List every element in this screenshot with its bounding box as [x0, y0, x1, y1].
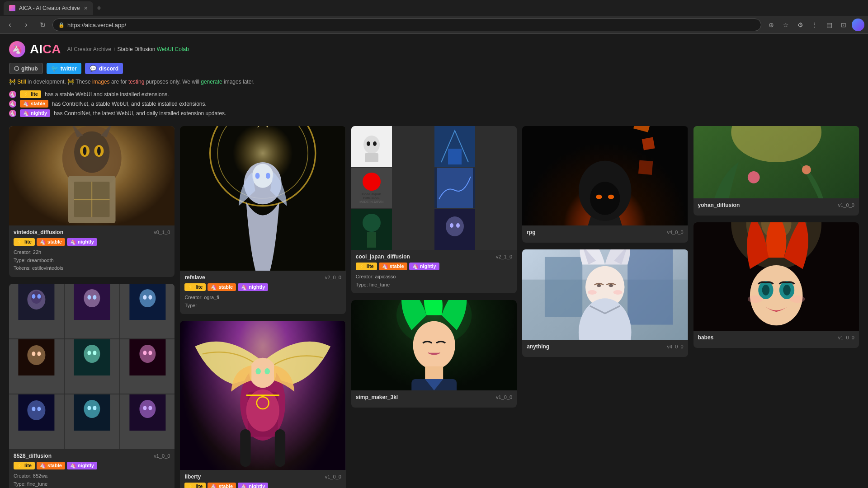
card-creator-refslave: Creator: ogra_fi [184, 294, 341, 302]
svg-point-48 [143, 406, 146, 410]
forward-button[interactable]: › [20, 19, 33, 31]
card-vintedois-diffusion[interactable]: vintedois_diffusion v0_1_0 ⚡ lite 🦄 stab… [9, 126, 175, 277]
img-cell-japan-logo: Cool Japan Diffusion. MADE IN JAPAN [351, 168, 392, 208]
card-meta-cool-japan: Creator: aipicasso Type: fine_tune [356, 273, 512, 289]
card-image-anything [522, 249, 688, 340]
sidebar-button[interactable]: ▤ [823, 19, 835, 31]
card-header-anything: anything v4_0_0 [527, 343, 683, 350]
card-simp-maker[interactable]: simp_maker_3kl v1_0_0 [351, 300, 517, 408]
card-8528-diffusion[interactable]: 8528_diffusion v1_0_0 ⚡ lite 🦄 stable 🦄 … [9, 284, 175, 488]
svg-point-47 [139, 400, 156, 418]
svg-point-39 [27, 400, 45, 420]
card-cool-japan-diffusion[interactable]: Cool Japan Diffusion. MADE IN JAPAN [351, 126, 517, 293]
github-link[interactable]: ⬡ github [9, 63, 43, 74]
discord-label: discord [99, 66, 118, 72]
svg-point-124 [783, 285, 791, 295]
legend-lite: 🦄 ⚡ lite has a stable WebUI and stable i… [9, 90, 859, 98]
card-header-8528: 8528_diffusion v1_0_0 [14, 453, 170, 459]
legend-lite-icon: 🦄 [9, 91, 16, 98]
card-name-rpg: rpg [527, 229, 535, 235]
bookmark-page-button[interactable]: ⊕ [765, 19, 778, 31]
github-label: github [21, 66, 38, 72]
tab-close-button[interactable]: ✕ [84, 5, 88, 11]
img-cell-japan-2 [434, 126, 475, 167]
card-tokens-vintedois: Tokens: estilovintedois [14, 264, 170, 272]
svg-point-31 [84, 345, 100, 363]
svg-rect-74 [365, 153, 378, 162]
browser-chrome: AICA - AI Creator Archive ✕ + ‹ › ↻ 🔒 ht… [0, 0, 868, 34]
notice-mid1: in development. [28, 79, 67, 85]
card-image-cool-japan: Cool Japan Diffusion. MADE IN JAPAN [351, 126, 517, 250]
svg-point-115 [802, 165, 811, 174]
badge-stable-liberty: 🦄 stable [208, 483, 236, 488]
legend-stable-desc: has ControlNet, a stable WebUI, and stab… [52, 101, 207, 107]
back-button[interactable]: ‹ [4, 19, 16, 31]
card-info-vintedois: vintedois_diffusion v0_1_0 ⚡ lite 🦄 stab… [9, 225, 175, 277]
svg-point-33 [93, 351, 96, 355]
twitter-label: twitter [61, 66, 77, 72]
discord-link[interactable]: 💬 discord [85, 63, 123, 74]
svg-point-123 [762, 285, 769, 295]
svg-rect-80 [367, 232, 376, 248]
notice-emoji2: 🚧 [67, 79, 74, 85]
more-button[interactable]: ⋮ [808, 19, 821, 31]
page-content: 🦄 AICA AI Creator Archive + Stable Diffu… [0, 34, 868, 488]
bookmark-star-button[interactable]: ☆ [779, 19, 792, 31]
extensions-button[interactable]: ⚙ [794, 19, 807, 31]
new-tab-button[interactable]: + [93, 4, 105, 13]
card-header-yohan: yohan_diffusion v1_0_0 [698, 202, 854, 208]
badge-nightly-cool-japan: 🦄 nightly [409, 263, 439, 270]
img-cell-japan-5 [351, 209, 392, 250]
card-liberty[interactable]: liberty v1_0_0 ⚡ lite 🦄 stable 🦄 nightly… [180, 321, 345, 488]
card-info-cool-japan: cool_japan_diffusion v2_1_0 ⚡ lite 🦄 sta… [351, 250, 517, 293]
logo-icon: 🦄 [9, 41, 25, 57]
card-version-simp: v1_0_0 [496, 394, 512, 400]
header-subtitle: AI Creator Archive + Stable Diffusion We… [67, 46, 189, 52]
url-text: https://aica.vercel.app/ [67, 22, 126, 28]
badge-nightly-refslave: 🦄 nightly [238, 283, 268, 291]
url-lock-icon: 🔒 [58, 22, 65, 28]
twitter-link[interactable]: 🐦 twitter [47, 63, 81, 74]
active-tab[interactable]: AICA - AI Creator Archive ✕ [4, 1, 93, 15]
card-meta-8528: Creator: 852wa Type: fine_tune [14, 472, 170, 488]
card-name-anything: anything [527, 343, 549, 350]
svg-point-20 [87, 295, 91, 300]
card-meta-vintedois: Creator: 22h Type: dreambooth Tokens: es… [14, 249, 170, 272]
logo-text: AICA [30, 42, 61, 56]
nav-bar: ‹ › ↻ 🔒 https://aica.vercel.app/ ⊕ ☆ ⚙ ⋮… [0, 16, 868, 33]
img-cell-8528-1 [9, 284, 64, 338]
card-name-simp: simp_maker_3kl [356, 394, 398, 400]
svg-point-73 [373, 141, 377, 146]
card-refslave[interactable]: refslave v2_0_0 ⚡ lite 🦄 stable 🦄 nightl… [180, 126, 345, 314]
screen-button[interactable]: ⊡ [837, 19, 850, 31]
card-badges-8528: ⚡ lite 🦄 stable 🦄 nightly [14, 462, 170, 469]
card-anything[interactable]: anything v4_0_0 [522, 249, 688, 357]
card-version-babes: v1_0_0 [838, 335, 854, 340]
svg-point-49 [148, 406, 152, 410]
card-image-8528 [9, 284, 175, 449]
card-header-vintedois: vintedois_diffusion v0_1_0 [14, 229, 170, 235]
svg-point-44 [87, 406, 91, 410]
svg-point-72 [367, 141, 370, 146]
svg-point-107 [597, 284, 601, 287]
card-yohan-diffusion[interactable]: yohan_diffusion v1_0_0 [693, 126, 859, 216]
profile-button[interactable] [852, 19, 864, 31]
svg-point-109 [588, 290, 597, 295]
notice-generate: generate [201, 79, 222, 85]
nav-actions: ⊕ ☆ ⚙ ⋮ ▤ ⊡ [765, 19, 864, 31]
card-version-liberty: v1_0_0 [325, 474, 341, 479]
card-image-yohan [693, 126, 859, 198]
badge-nightly-liberty: 🦄 nightly [238, 483, 268, 488]
card-rpg[interactable]: rpg v4_0_0 [522, 126, 688, 243]
svg-point-98 [608, 195, 614, 199]
card-babes[interactable]: babes v1_0_0 [693, 222, 859, 348]
refresh-button[interactable]: ↻ [36, 19, 49, 31]
card-image-liberty [180, 321, 345, 470]
svg-point-58 [266, 173, 270, 178]
url-bar[interactable]: 🔒 https://aica.vercel.app/ [52, 19, 761, 31]
svg-point-24 [143, 295, 146, 300]
card-type-8528: Type: fine_tune [14, 480, 170, 488]
badge-lite-cool-japan: ⚡ lite [356, 263, 377, 270]
svg-point-87 [413, 321, 455, 370]
svg-point-79 [363, 214, 381, 232]
